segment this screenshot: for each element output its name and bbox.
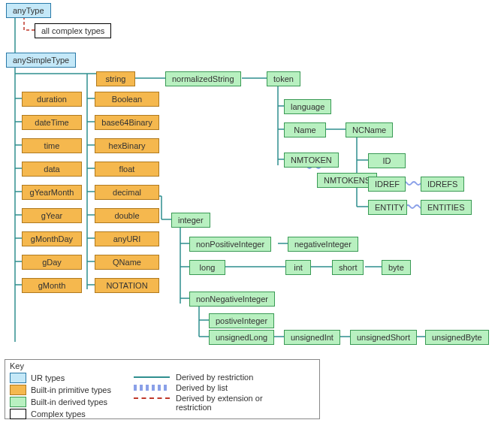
node-IDREF: IDREF	[368, 177, 406, 192]
node-Name: Name	[284, 122, 326, 137]
node-token: token	[267, 71, 300, 86]
swatch-complex	[10, 409, 26, 419]
node-NCName: NCName	[346, 122, 393, 137]
legend-primitive: Built-in primitive types	[31, 385, 111, 394]
node-decimal: decimal	[95, 185, 159, 200]
node-nonPositiveInteger: nonPositiveInteger	[189, 237, 271, 252]
node-ENTITIES: ENTITIES	[421, 200, 472, 215]
node-long: long	[189, 260, 225, 275]
node-ID: ID	[368, 153, 406, 168]
node-anyType: anyType	[6, 3, 51, 18]
legend-complex: Complex types	[31, 409, 86, 418]
type-hierarchy-diagram: anyType all complex types anySimpleType …	[0, 0, 504, 423]
swatch-derived	[10, 397, 26, 407]
node-string: string	[96, 71, 135, 86]
node-Boolean: Boolean	[95, 92, 159, 107]
node-IDREFS: IDREFS	[421, 177, 464, 192]
node-duration: duration	[22, 92, 82, 107]
legend-title: Key	[10, 361, 315, 370]
node-hexBinary: hexBinary	[95, 138, 159, 153]
swatch-primitive	[10, 385, 26, 395]
legend-ur: UR types	[31, 373, 65, 382]
swatch-ur	[10, 373, 26, 383]
line-list-icon	[134, 385, 170, 391]
line-extension-icon	[134, 397, 170, 399]
node-anySimpleType: anySimpleType	[6, 53, 76, 68]
node-unsignedLong: unsignedLong	[209, 330, 274, 345]
node-NMTOKEN: NMTOKEN	[284, 153, 339, 168]
node-unsignedShort: unsignedShort	[350, 330, 417, 345]
node-double: double	[95, 208, 159, 223]
node-gYearMonth: gYearMonth	[22, 185, 82, 200]
line-restriction-icon	[134, 376, 170, 378]
legend: Key UR types Built-in primitive types Bu…	[5, 359, 320, 419]
node-normalizedString: normalizedString	[165, 71, 241, 86]
node-negativeInteger: negativeInteger	[288, 237, 358, 252]
legend-restriction: Derived by restriction	[176, 373, 253, 382]
node-byte: byte	[382, 260, 411, 275]
node-base64Binary: base64Binary	[95, 115, 159, 130]
node-all-complex-types: all complex types	[35, 23, 111, 38]
node-gMonth: gMonth	[22, 278, 82, 293]
node-anyURI: anyURI	[95, 231, 159, 246]
node-integer: integer	[171, 213, 210, 228]
node-dateTime: dateTime	[22, 115, 82, 130]
node-unsignedByte: unsignedByte	[425, 330, 489, 345]
legend-list: Derived by list	[176, 383, 228, 392]
legend-derived: Built-in derived types	[31, 397, 107, 406]
legend-extension: Derived by extension or restriction	[176, 394, 288, 412]
node-unsignedInt: unsignedInt	[284, 330, 340, 345]
node-data: data	[22, 162, 82, 177]
node-short: short	[332, 260, 364, 275]
node-nonNegativeInteger: nonNegativeInteger	[189, 292, 275, 307]
node-gDay: gDay	[22, 255, 82, 270]
node-int: int	[285, 260, 311, 275]
node-NOTATION: NOTATION	[95, 278, 159, 293]
node-ENTITY: ENTITY	[368, 200, 407, 215]
node-language: language	[284, 99, 331, 114]
node-QName: QName	[95, 255, 159, 270]
node-positiveInteger: postiveInteger	[209, 313, 274, 328]
node-gMonthDay: gMonthDay	[22, 231, 82, 246]
node-gYear: gYear	[22, 208, 82, 223]
node-time: time	[22, 138, 82, 153]
node-float: float	[95, 162, 159, 177]
